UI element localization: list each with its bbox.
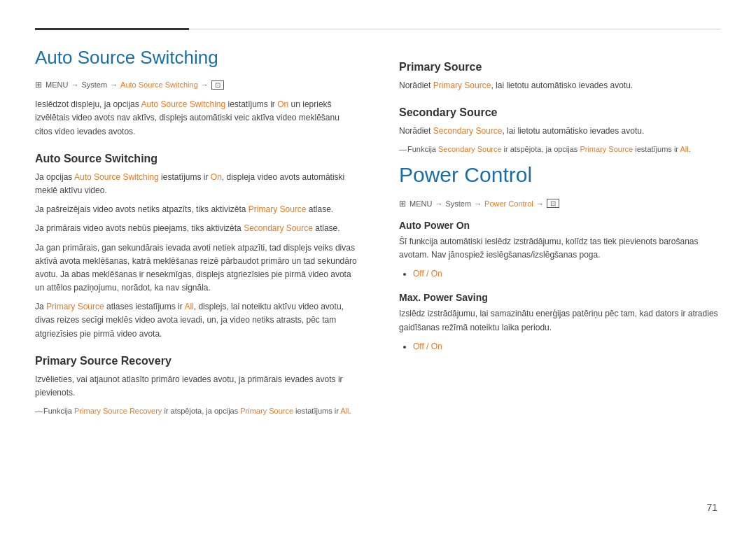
menu-arrow-pc-3: → <box>536 199 544 208</box>
auto-power-on-text: Šī funkcija automātiski ieslēdz izstrādā… <box>399 235 721 262</box>
auto-power-on-list: Off / On <box>413 267 721 281</box>
menu-arrow-1: → <box>71 80 78 89</box>
content-columns: Auto Source Switching ⊞ MENU → System → … <box>35 47 721 506</box>
menu-label-menu-pc: MENU <box>410 199 432 208</box>
max-power-saving-title: Max. Power Saving <box>399 292 721 303</box>
primary-source-recovery-note: Funkcija Primary Source Recovery ir atsp… <box>35 405 357 417</box>
divider-right <box>189 29 721 29</box>
menu-label-menu: MENU <box>46 80 68 89</box>
intro-text: Ieslēdzot displeju, ja opcijas Auto Sour… <box>35 98 357 139</box>
auto-source-para-1: Ja opcijas Auto Source Switching iestatī… <box>35 171 357 197</box>
auto-source-para-4: Ja gan primārais, gan sekundārais ievada… <box>35 241 357 295</box>
section-primary-source-recovery-title: Primary Source Recovery <box>35 355 357 367</box>
max-power-saving-bullet: Off / On <box>413 340 721 353</box>
menu-label-system-pc: System <box>445 199 471 208</box>
menu-icon-pc: ⊞ <box>399 199 406 209</box>
menu-label-system: System <box>81 80 107 89</box>
left-column: Auto Source Switching ⊞ MENU → System → … <box>35 47 357 506</box>
right-column: Primary Source Norādiet Primary Source, … <box>399 47 721 506</box>
auto-source-para-2: Ja pašreizējais video avots netiks atpaz… <box>35 203 357 216</box>
menu-end-icon-pc: ⊡ <box>547 199 559 208</box>
section-auto-source-title: Auto Source Switching <box>35 153 357 165</box>
section-secondary-source-title: Secondary Source <box>399 106 721 119</box>
auto-source-para-5: Ja Primary Source atlases iestatījums ir… <box>35 300 357 341</box>
menu-arrow-pc-1: → <box>435 199 442 208</box>
menu-path-power-control: ⊞ MENU → System → Power Control → ⊡ <box>399 199 721 209</box>
auto-power-on-bullet: Off / On <box>413 267 721 281</box>
top-dividers <box>35 28 721 30</box>
menu-label-power-control: Power Control <box>484 199 533 208</box>
auto-source-para-3: Ja primārais video avots nebūs pieejams,… <box>35 222 357 235</box>
max-power-saving-text: Izslēdz izstrādājumu, lai samazinātu ene… <box>399 307 721 334</box>
primary-source-text: Norādiet Primary Source, lai lietotu aut… <box>399 79 721 92</box>
power-control-title: Power Control <box>399 162 721 188</box>
primary-source-recovery-text: Izvēlieties, vai atjaunot atlasīto primā… <box>35 373 357 400</box>
secondary-source-text: Norādiet Secondary Source, lai lietotu a… <box>399 125 721 138</box>
menu-end-icon: ⊡ <box>211 80 224 90</box>
max-power-saving-list: Off / On <box>413 340 721 353</box>
secondary-source-note: Funkcija Secondary Source ir atspējota, … <box>399 143 721 155</box>
section-primary-source-title: Primary Source <box>399 61 721 73</box>
divider-left <box>35 28 189 30</box>
page-container: Auto Source Switching ⊞ MENU → System → … <box>0 0 756 534</box>
page-number: 71 <box>706 502 718 513</box>
auto-source-switching-title: Auto Source Switching <box>35 47 357 69</box>
auto-power-on-title: Auto Power On <box>399 220 721 231</box>
menu-path-auto-source: ⊞ MENU → System → Auto Source Switching … <box>35 80 357 90</box>
menu-arrow-2: → <box>110 80 118 89</box>
menu-arrow-3: → <box>201 80 209 89</box>
menu-label-auto-source: Auto Source Switching <box>120 80 198 89</box>
menu-icon: ⊞ <box>35 80 42 90</box>
menu-arrow-pc-2: → <box>474 199 482 208</box>
